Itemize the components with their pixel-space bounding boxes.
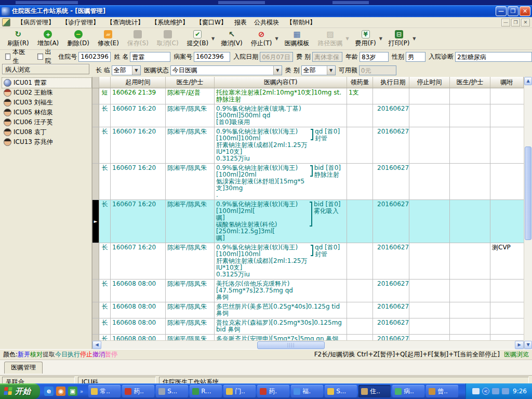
dropdown-arrow-icon[interactable]: ▼ (210, 29, 216, 49)
network2-tray-icon[interactable] (502, 388, 509, 394)
restore-button[interactable]: ❐ (508, 6, 518, 16)
column-header-9[interactable]: 嘱咐 (490, 77, 524, 88)
column-header-1[interactable] (99, 77, 111, 88)
refresh-button[interactable]: ↻刷新(R) (3, 29, 33, 49)
filter-select-1[interactable]: 今日医嘱▼ (170, 65, 282, 75)
filter-select-0[interactable]: 全部▼ (112, 65, 141, 75)
field-value-7[interactable]: 2型糖尿病 (455, 52, 532, 62)
order-row-4[interactable]: ►长160607 16:20陈湘平/陈凤朱0.9%氯化钠注射液(软)(海王)[1… (92, 200, 524, 243)
menu-item-7[interactable]: 【帮助H】 (283, 17, 320, 28)
network-tray-icon[interactable] (492, 388, 499, 394)
patient-item-ICU08[interactable]: ICU08 袁丁 (2, 127, 91, 137)
scroll-left-button[interactable]: ◀ (92, 341, 101, 349)
checkbox-my-doctor[interactable]: 本医生 (5, 48, 28, 65)
tab-order-management[interactable]: 医嘱管理 (4, 362, 43, 374)
order-browse-link[interactable]: 医嘱浏览 (504, 350, 529, 359)
order-row-2[interactable]: 长160607 16:20陈湘平/陈凤朱0.9%氯化钠注射液(软)(海王)[10… (92, 127, 524, 164)
add-button[interactable]: ＋增加(A) (33, 29, 63, 49)
column-header-2[interactable]: 起用时间 (111, 77, 166, 88)
taskbar-window-7[interactable]: S... (325, 385, 357, 397)
mdi-close-button[interactable]: ✕ (521, 19, 530, 26)
order-row-0[interactable]: 短160626 21:39陈湘平/赵普托拉塞米注射液[2ml:10mg*10支]… (92, 88, 524, 104)
dropdown-arrow-icon[interactable]: ▼ (274, 29, 279, 49)
field-value-5[interactable]: 83岁 (360, 52, 389, 62)
checkbox-discharged[interactable]: 出院 (37, 48, 55, 65)
field-value-0[interactable]: 1602396 (78, 52, 111, 62)
order-template-button[interactable]: ▦医嘱模板 (280, 29, 313, 49)
checkbox-box[interactable] (5, 54, 10, 60)
mdi-restore-button[interactable]: ❐ (511, 19, 520, 26)
taskbar-window-0[interactable]: 常.. (88, 385, 121, 397)
submit-check-button[interactable]: ✔提交(B) (183, 29, 213, 49)
column-header-7[interactable]: 停止时间 (409, 77, 450, 88)
scroll-up-button[interactable]: ▲ (524, 77, 532, 85)
patient-item-ICU06[interactable]: ICU06 汪子英 (2, 117, 91, 127)
menu-item-2[interactable]: 【查询统计】 (103, 17, 148, 28)
column-header-6[interactable]: 执行日期 (373, 77, 409, 88)
scroll-down-button[interactable]: ▼ (524, 341, 532, 349)
taskbar-window-3[interactable]: R... (190, 385, 222, 397)
taskbar-window-4[interactable]: 门.. (223, 385, 256, 397)
fee-button[interactable]: ¥费用(F) (351, 29, 380, 49)
order-row-5[interactable]: 长160607 16:20陈湘平/陈凤朱0.9%氯化钠注射液(软)(海王)[10… (92, 243, 524, 280)
undo-arrow-button[interactable]: ↖撤消(V) (217, 29, 247, 49)
taskbar-window-8[interactable]: 住.. (358, 385, 391, 397)
column-header-0[interactable] (92, 77, 99, 88)
patient-item-ICU05[interactable]: ICU05 林信泉 (2, 108, 91, 117)
chevron-down-icon[interactable]: ▼ (132, 66, 140, 75)
taskbar-window-2[interactable]: S... (156, 385, 188, 397)
patient-item-ICU03[interactable]: ICU03 刘福生 (2, 98, 91, 108)
chevron-expand-icon[interactable]: » (80, 389, 83, 394)
column-header-3[interactable]: 医生/护士 (166, 77, 215, 88)
delete-button[interactable]: −删除(D) (63, 29, 94, 49)
order-row-8[interactable]: 长160608 08:00陈湘平/陈凤朱普拉克索片(森福罗)[0.25mg*30… (92, 318, 524, 335)
hide-icons-icon[interactable]: < (482, 388, 489, 395)
patient-item-ICU13[interactable]: ICU13 苏兆仲 (2, 137, 91, 147)
stop-button[interactable]: ⊘停止(T) (247, 29, 276, 49)
vertical-scroll-thumb[interactable] (525, 147, 531, 240)
column-header-4[interactable]: 医嘱内容(T) (215, 77, 347, 88)
order-row-6[interactable]: 长160608 08:00陈湘平/陈凤朱美托洛尔(倍他乐克缓释片)[47.5mg… (92, 280, 524, 302)
order-row-9[interactable]: 长160608 08:00陈湘平/陈凤朱多奈哌齐片(安理申)[5mg*7s]5m… (92, 335, 524, 340)
chevron-down-icon[interactable]: ▼ (273, 66, 282, 75)
checkbox-box[interactable] (37, 54, 43, 60)
scroll-right-button[interactable]: ▶ (515, 341, 524, 349)
close-button[interactable]: ✕ (520, 6, 530, 16)
field-value-2[interactable]: 1602396 (194, 52, 230, 62)
field-value-6[interactable]: 男 (406, 52, 425, 62)
menu-item-0[interactable]: 【病历管理】 (14, 17, 58, 28)
minimize-button[interactable]: — (496, 6, 507, 16)
print-button[interactable]: ⊟打印(P) (384, 29, 414, 49)
menu-item-6[interactable]: 公共模块 (250, 17, 283, 28)
taskbar-window-5[interactable]: 药. (257, 385, 289, 397)
menu-item-4[interactable]: 【窗口W】 (192, 17, 231, 28)
edit-button[interactable]: ▰修改(E) (94, 29, 123, 49)
keyboard-tray-icon[interactable] (472, 388, 480, 394)
mdi-minimize-button[interactable]: — (501, 19, 510, 26)
start-button[interactable]: 开始 (0, 383, 40, 399)
horizontal-scroll-thumb[interactable]: |||| (257, 341, 325, 349)
taskbar-window-10[interactable]: 曾.. (426, 385, 458, 397)
patient-item-ICU01[interactable]: ICU01 曹霖 (2, 78, 91, 88)
show-desktop-icon[interactable]: ▣ (68, 387, 77, 396)
field-value-1[interactable]: 曹霖 (130, 52, 170, 62)
menu-item-5[interactable]: 报表 (231, 17, 250, 28)
taskbar-window-1[interactable]: 药.. (122, 385, 154, 397)
chevron-down-icon[interactable]: ▼ (327, 66, 335, 75)
dropdown-arrow-icon[interactable]: ▼ (411, 29, 417, 49)
order-row-3[interactable]: 长160607 16:20陈湘平/陈凤朱0.9%氯化钠注射液(软)(海王)[10… (92, 164, 524, 200)
menu-item-3[interactable]: 【系统维护】 (148, 17, 192, 28)
taskbar-window-9[interactable]: 病.. (392, 385, 424, 397)
ie-icon[interactable]: e (44, 387, 54, 396)
order-row-1[interactable]: 长160607 16:20陈湘平/陈凤朱0.9%氯化钠注射液(玻璃.丁基)[50… (92, 104, 524, 127)
vertical-scrollbar[interactable]: ▲ ▼ (524, 77, 532, 349)
horizontal-scrollbar[interactable]: ◀ |||| ▶ (92, 340, 524, 349)
dropdown-arrow-icon[interactable]: ▼ (378, 29, 383, 49)
column-header-8[interactable]: 医生/护士 (450, 77, 490, 88)
column-header-5[interactable]: 领药量 (347, 77, 373, 88)
menu-item-1[interactable]: 【诊疗管理】 (58, 17, 103, 28)
launcher-icon[interactable]: ◉ (56, 387, 65, 396)
taskbar-window-6[interactable]: 福. (291, 385, 323, 397)
patient-item-ICU02[interactable]: ICU02 王贻珠 (2, 88, 91, 98)
order-row-7[interactable]: 长160608 08:00陈湘平/陈凤朱多巴丝肼片(美多芭)[0.25g*40s… (92, 302, 524, 318)
